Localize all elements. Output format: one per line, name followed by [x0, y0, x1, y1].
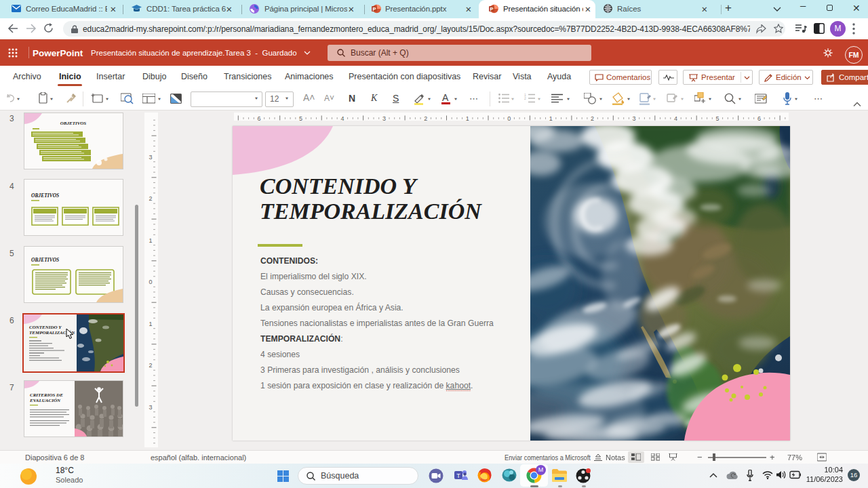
svg-text:2: 2	[524, 96, 526, 100]
svg-text:3: 3	[149, 154, 152, 161]
svg-text:5: 5	[299, 115, 302, 122]
svg-text:1: 1	[149, 237, 152, 244]
svg-text:1: 1	[466, 115, 469, 122]
svg-text:OBJETIVOS: OBJETIVOS	[31, 192, 59, 199]
svg-text:2: 2	[149, 362, 152, 369]
svg-text:1: 1	[549, 115, 553, 122]
svg-text:3: 3	[149, 404, 152, 411]
svg-text:EVALUACIÓN: EVALUACIÓN	[29, 398, 61, 403]
svg-text:0: 0	[507, 115, 511, 122]
svg-text:2: 2	[424, 115, 427, 122]
svg-text:1: 1	[149, 321, 152, 327]
svg-text:4: 4	[340, 115, 344, 122]
svg-text:3: 3	[633, 115, 636, 122]
svg-text:P: P	[373, 6, 376, 12]
svg-text:2: 2	[149, 195, 152, 202]
svg-text:3: 3	[382, 115, 386, 122]
svg-text:4: 4	[674, 115, 677, 122]
svg-text:T: T	[456, 472, 460, 479]
svg-text:OBJETIVOS: OBJETIVOS	[31, 257, 59, 263]
svg-text:CONTENIDO Y: CONTENIDO Y	[29, 325, 62, 330]
svg-text:5: 5	[715, 115, 719, 122]
svg-text:2: 2	[591, 115, 594, 122]
svg-text:P: P	[490, 6, 494, 12]
svg-text:OBJETIVOS: OBJETIVOS	[60, 121, 87, 126]
svg-text:0: 0	[149, 279, 152, 285]
svg-text:6: 6	[257, 115, 260, 122]
svg-text:6: 6	[757, 115, 761, 122]
svg-text:CRITERIOS DE: CRITERIOS DE	[30, 392, 63, 398]
